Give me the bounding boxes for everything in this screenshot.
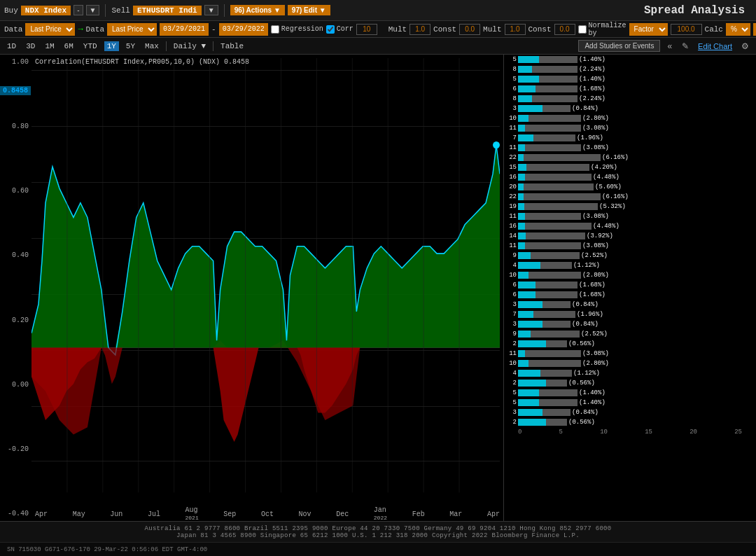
hist-bar-cyan bbox=[518, 321, 542, 328]
hist-bar-gray bbox=[525, 144, 581, 151]
edit-chart-btn[interactable]: Edit Chart bbox=[696, 42, 734, 50]
sn-info: SN 715030 G671-676-170 29-Mar-22 0:56:06… bbox=[7, 546, 207, 553]
hist-num-label: 22 bbox=[504, 154, 517, 161]
hist-bar-gray bbox=[531, 252, 580, 259]
time-1d[interactable]: 1D bbox=[4, 41, 19, 51]
hist-bar-cyan bbox=[518, 242, 525, 249]
buy-dropdown-btn[interactable]: ▼ bbox=[86, 5, 100, 15]
time-1y[interactable]: 1Y bbox=[104, 41, 119, 51]
const2-input[interactable] bbox=[554, 24, 575, 35]
sell-instrument[interactable]: ETHUSDRT Indi bbox=[133, 6, 202, 15]
hist-row: 20(5.60%) bbox=[504, 182, 756, 191]
time-3d[interactable]: 3D bbox=[23, 41, 38, 51]
pencil-icon[interactable]: ✎ bbox=[679, 41, 692, 51]
chart-panel: Correlation(ETHUSDRT Index,PR005,10,0) (… bbox=[0, 55, 504, 521]
local-select[interactable]: Local bbox=[753, 23, 756, 36]
hist-row: 16(4.48%) bbox=[504, 221, 756, 230]
hist-bar-gray bbox=[539, 76, 578, 83]
time-ytd[interactable]: YTD bbox=[80, 41, 100, 51]
last-price-select2[interactable]: Last Price bbox=[107, 23, 157, 36]
buy-minus-btn[interactable]: - bbox=[74, 5, 83, 15]
corr-value-input[interactable]: 10 bbox=[356, 24, 377, 35]
x-nov: Nov bbox=[299, 510, 312, 518]
hist-num-label: 4 bbox=[504, 262, 517, 269]
hist-pct-label: (0.84%) bbox=[572, 321, 598, 328]
x-axis: Apr May Jun Jul Aug2021 Sep Oct Nov Dec … bbox=[31, 507, 503, 521]
hist-row: 3(0.84%) bbox=[504, 319, 756, 328]
gear-icon[interactable]: ⚙ bbox=[738, 41, 752, 51]
date-from[interactable]: 03/29/2021 bbox=[160, 23, 209, 36]
factor-input[interactable] bbox=[671, 24, 702, 35]
hist-num-label: 16 bbox=[504, 223, 517, 230]
hist-bar-gray bbox=[542, 409, 570, 416]
time-daily[interactable]: Daily ▼ bbox=[171, 41, 209, 51]
normalize-select[interactable]: Factor bbox=[629, 23, 668, 36]
histogram-container: 5(1.40%)8(2.24%)5(1.40%)6(1.68%)8(2.24%)… bbox=[504, 55, 756, 521]
footer: Australia 61 2 9777 8600 Brazil 5511 239… bbox=[0, 521, 756, 542]
hist-bar-gray bbox=[546, 419, 567, 426]
edit-btn[interactable]: 97) Edit ▼ bbox=[288, 5, 330, 15]
hist-bar-cyan bbox=[518, 399, 539, 406]
corr-checkbox[interactable] bbox=[326, 25, 335, 34]
time-table[interactable]: Table bbox=[218, 41, 246, 51]
calc-select[interactable]: % bbox=[726, 23, 750, 36]
hist-pct-label: (1.12%) bbox=[573, 262, 600, 269]
hist-bar-gray bbox=[536, 85, 578, 92]
hist-pct-label: (1.96%) bbox=[577, 134, 603, 141]
hist-pct-label: (5.60%) bbox=[595, 183, 622, 190]
normalize-checkbox[interactable] bbox=[578, 25, 587, 34]
hist-bar-gray bbox=[525, 242, 581, 249]
hist-row: 3(0.84%) bbox=[504, 300, 756, 309]
hist-num-label: 4 bbox=[504, 370, 517, 377]
second-row: Data Last Price → Data Last Price 03/29/… bbox=[0, 21, 756, 38]
hist-bar-cyan bbox=[518, 252, 531, 259]
hist-num-label: 3 bbox=[504, 301, 517, 308]
hist-row: 6(1.68%) bbox=[504, 84, 756, 93]
mult1-input[interactable] bbox=[410, 24, 430, 35]
hist-row: 8(2.24%) bbox=[504, 64, 756, 74]
hist-bar-gray bbox=[539, 56, 578, 63]
hist-pct-label: (0.84%) bbox=[572, 301, 598, 308]
date-to[interactable]: 03/29/2022 bbox=[219, 23, 268, 36]
add-studies-btn[interactable]: Add Studies or Events bbox=[578, 40, 660, 52]
hist-pct-label: (2.52%) bbox=[581, 252, 608, 259]
hist-row: 11(3.08%) bbox=[504, 211, 756, 221]
hist-pct-label: (1.40%) bbox=[579, 399, 606, 406]
hist-bar-gray bbox=[528, 115, 581, 122]
hist-bar-cyan bbox=[518, 164, 526, 171]
hist-bar-gray bbox=[525, 213, 581, 220]
hist-bar-gray bbox=[536, 282, 578, 289]
hist-bar-cyan bbox=[518, 183, 524, 190]
const1-input[interactable] bbox=[459, 24, 480, 35]
hist-num-label: 15 bbox=[504, 164, 517, 171]
last-price-select1[interactable]: Last Price bbox=[25, 23, 75, 36]
hist-row: 9(2.52%) bbox=[504, 329, 756, 338]
x-jan: Jan2022 bbox=[374, 506, 387, 522]
time-max[interactable]: Max bbox=[142, 41, 162, 51]
time-1m[interactable]: 1M bbox=[42, 41, 57, 51]
hist-pct-label: (1.96%) bbox=[577, 311, 603, 318]
hist-pct-label: (3.92%) bbox=[587, 232, 613, 239]
x-apr2: Apr bbox=[487, 510, 500, 518]
sell-dropdown-btn[interactable]: ▼ bbox=[204, 5, 218, 15]
chart-svg bbox=[31, 58, 500, 507]
hist-bar-gray bbox=[528, 360, 581, 367]
hist-num-label: 10 bbox=[504, 360, 517, 367]
hist-row: 5(1.40%) bbox=[504, 55, 756, 64]
hist-pct-label: (6.16%) bbox=[602, 193, 629, 200]
y-0.40: 0.40 bbox=[0, 251, 31, 259]
regression-checkbox[interactable] bbox=[271, 25, 279, 34]
mult2-input[interactable] bbox=[505, 24, 526, 35]
hist-bar-cyan bbox=[518, 380, 546, 387]
hist-bar-cyan bbox=[518, 193, 524, 200]
hist-bar-gray bbox=[539, 399, 578, 406]
time-6m[interactable]: 6M bbox=[62, 41, 76, 51]
hist-num-label: 2 bbox=[504, 419, 517, 426]
buy-instrument[interactable]: NDX Index bbox=[21, 6, 71, 15]
hist-bar-cyan bbox=[518, 389, 539, 396]
hist-bar-cyan bbox=[518, 282, 536, 289]
actions-btn[interactable]: 96) Actions ▼ bbox=[230, 5, 285, 15]
collapse-icon[interactable]: « bbox=[664, 41, 675, 51]
time-5y[interactable]: 5Y bbox=[123, 41, 138, 51]
hist-pct-label: (4.48%) bbox=[593, 223, 620, 230]
